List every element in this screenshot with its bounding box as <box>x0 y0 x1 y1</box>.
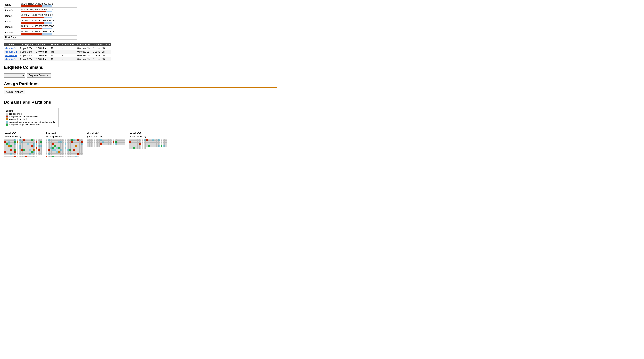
partition-cell <box>156 141 158 143</box>
partition-cell <box>77 147 79 149</box>
disk-bar-cell: 75.1% used, 536.72GB/714.68GB <box>20 13 77 19</box>
partition-cell <box>60 139 62 141</box>
partition-cell <box>165 139 167 141</box>
partition-cell <box>36 153 38 155</box>
partition-cell <box>112 139 114 141</box>
partition-cell <box>8 155 10 157</box>
partition-cell <box>23 145 25 147</box>
legend-swatch <box>6 115 8 118</box>
partition-cell <box>104 141 106 143</box>
legend-swatch <box>6 118 8 120</box>
partition-cell <box>165 141 167 143</box>
partition-cell <box>38 153 40 155</box>
partition-cell <box>92 139 93 141</box>
partition-cell <box>121 139 123 141</box>
domain-link[interactable]: domain-0-2 <box>4 54 19 57</box>
domain-stats-table: DomainThroughputLatencyHit RateCache Hit… <box>4 43 112 61</box>
partition-cell <box>12 149 14 151</box>
partition-cell <box>135 145 137 147</box>
partition-cell <box>154 141 156 143</box>
domain-link[interactable]: domain-0-3 <box>4 57 19 61</box>
partition-cell <box>67 141 68 143</box>
domain-partition-block: domain-0-2(9/122 partitions) <box>87 132 125 157</box>
domain-stat-cell: 0 / 0 / 0 ms <box>34 54 49 57</box>
partition-cell <box>8 147 10 149</box>
partition-cell <box>148 145 150 147</box>
partition-cell <box>115 143 116 145</box>
partition-grid <box>87 139 125 147</box>
disk-bar-cell: 66.7% used, 567.28GB/850.48GB <box>20 2 77 8</box>
partition-cell <box>4 141 6 143</box>
partition-cell <box>14 141 16 143</box>
domain-link[interactable]: domain-0-0 <box>4 46 19 50</box>
partition-cell <box>27 153 29 155</box>
legend-item: Assigned, no version deployed <box>6 115 56 118</box>
partition-cell <box>71 155 73 157</box>
partition-cell <box>23 155 25 157</box>
enqueue-command-button[interactable]: Enqueue Command <box>26 73 51 77</box>
partition-cell <box>79 145 81 147</box>
domain-stat-cell: 0 items / 0B <box>91 57 112 61</box>
partition-cell <box>67 145 68 147</box>
partition-cell <box>6 149 8 151</box>
domain-stats-row: domain-0-00 qps (0B/s)0 / 0 / 0 ms0%-0 i… <box>4 46 112 50</box>
domain-partition-title: domain-0-1 <box>46 132 83 135</box>
partition-cell <box>40 143 42 145</box>
domain-stat-cell: 0 items / 0B <box>91 46 112 50</box>
partition-cell <box>23 143 25 145</box>
partition-cell <box>79 153 81 155</box>
disk-row: /data-9 66.76% used, 447.32GB/670.08GB <box>4 30 77 35</box>
partition-cell <box>4 153 6 155</box>
partition-cell <box>79 139 81 141</box>
partition-cell <box>54 153 56 155</box>
domain-stat-cell: 0% <box>49 46 61 50</box>
partition-cell <box>144 143 146 145</box>
partition-cell <box>19 153 20 155</box>
partition-cell <box>54 141 56 143</box>
partition-cell <box>29 139 31 141</box>
enqueue-select[interactable] <box>4 73 25 77</box>
domain-partition-subtitle: (66/792 partitions) <box>46 136 83 138</box>
partition-cell <box>16 155 18 157</box>
domain-partition-block: domain-0-1(66/792 partitions) <box>46 132 83 157</box>
partition-cell <box>10 155 12 157</box>
partition-cell <box>96 141 98 143</box>
partition-cell <box>46 147 48 149</box>
partition-cell <box>137 139 139 141</box>
partition-cell <box>146 139 148 141</box>
disk-label: /data-9 <box>4 30 20 35</box>
partition-cell <box>92 145 93 147</box>
partition-cell <box>21 139 23 141</box>
domain-stat-cell: 0 items / 0B <box>76 54 91 57</box>
partition-cell <box>19 143 20 145</box>
partition-cell <box>6 151 8 153</box>
assign-partitions-button[interactable]: Assign Partitions <box>4 90 25 94</box>
partition-cell <box>54 143 56 145</box>
partition-cell <box>67 143 68 145</box>
partition-cell <box>25 143 27 145</box>
partition-cell <box>27 145 29 147</box>
domain-link[interactable]: domain-0-1 <box>4 50 19 54</box>
partition-cell <box>160 145 162 147</box>
partition-cell <box>165 143 167 145</box>
partition-cell <box>73 153 75 155</box>
partition-cell <box>135 139 137 141</box>
partition-cell <box>75 149 77 151</box>
partition-cell <box>108 139 110 141</box>
partition-cell <box>71 149 73 151</box>
partition-cell <box>64 155 66 157</box>
partition-cell <box>75 151 77 153</box>
partition-cell <box>48 151 50 153</box>
domain-stat-cell: 0% <box>49 54 61 57</box>
partition-cell <box>64 149 66 151</box>
partition-cell <box>150 139 152 141</box>
partition-cell <box>131 139 133 141</box>
partition-cell <box>19 151 20 153</box>
partition-cell <box>14 145 16 147</box>
partition-cell <box>75 145 77 147</box>
partition-cell <box>31 155 33 157</box>
partition-cell <box>50 151 52 153</box>
partition-cell <box>25 145 27 147</box>
partition-cell <box>64 141 66 143</box>
partition-cell <box>16 145 18 147</box>
